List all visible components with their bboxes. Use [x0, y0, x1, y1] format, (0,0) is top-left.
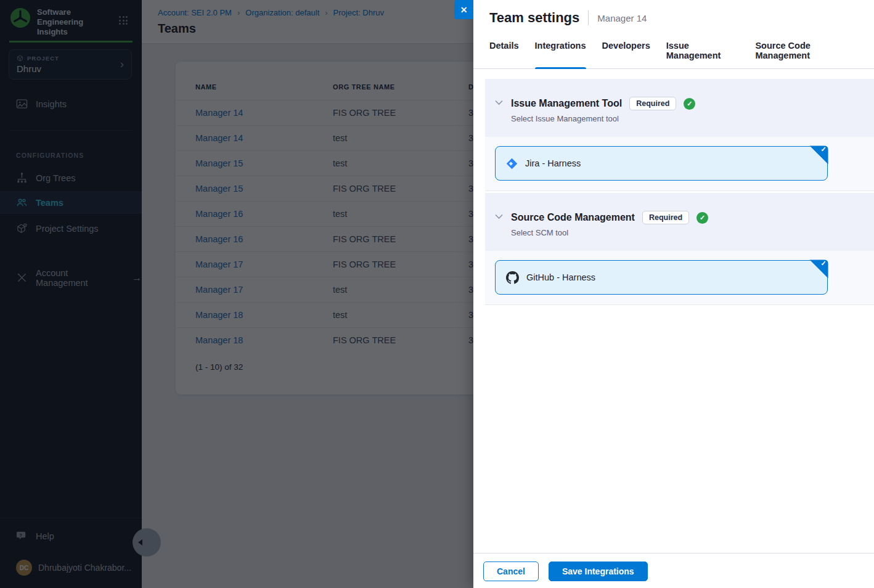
- check-circle-icon: ✓: [696, 212, 708, 224]
- integration-name: Jira - Harness: [525, 158, 581, 168]
- jira-icon: [506, 158, 518, 169]
- drawer-title: Team settings: [489, 10, 579, 26]
- save-integrations-button[interactable]: Save Integrations: [549, 561, 648, 581]
- title-divider: [588, 10, 589, 25]
- integration-card-github[interactable]: GitHub - Harness ✓: [495, 260, 828, 295]
- cancel-button[interactable]: Cancel: [483, 561, 539, 581]
- section-title: Issue Management Tool: [511, 98, 622, 109]
- drawer-body: Issue Management Tool Required ✓ Select …: [473, 69, 874, 553]
- section-source-code-management: Source Code Management Required ✓ Select…: [485, 193, 874, 251]
- tab-details[interactable]: Details: [489, 33, 519, 68]
- close-icon[interactable]: ✕: [454, 0, 473, 19]
- integration-card-jira[interactable]: Jira - Harness ✓: [495, 146, 828, 181]
- drawer-team-name: Manager 14: [597, 13, 647, 23]
- chevron-down-icon[interactable]: [495, 100, 503, 105]
- tab-source-code-management[interactable]: Source Code Management: [755, 33, 858, 68]
- drawer-footer: Cancel Save Integrations: [473, 553, 874, 588]
- section-title: Source Code Management: [511, 212, 635, 223]
- section-issue-management-tool: Issue Management Tool Required ✓ Select …: [485, 79, 874, 137]
- section-subtitle: Select Issue Management tool: [511, 114, 695, 123]
- tab-issue-management[interactable]: Issue Management: [666, 33, 740, 68]
- check-circle-icon: ✓: [684, 98, 695, 110]
- selected-corner-check-icon: ✓: [810, 145, 828, 164]
- integration-card-row: Jira - Harness ✓: [485, 137, 874, 191]
- required-badge: Required: [642, 211, 689, 224]
- section-subtitle: Select SCM tool: [511, 228, 708, 237]
- integration-card-row: GitHub - Harness ✓: [485, 251, 874, 305]
- tab-developers[interactable]: Developers: [602, 33, 650, 68]
- drawer-header: Team settings Manager 14: [473, 0, 874, 26]
- github-icon: [506, 271, 519, 284]
- tab-integrations[interactable]: Integrations: [535, 33, 586, 68]
- integration-name: GitHub - Harness: [526, 272, 595, 282]
- selected-corner-check-icon: ✓: [810, 259, 828, 278]
- chevron-down-icon[interactable]: [495, 214, 503, 219]
- required-badge: Required: [629, 97, 676, 110]
- team-settings-drawer: ✕ Team settings Manager 14 DetailsIntegr…: [473, 0, 874, 588]
- drawer-tabs: DetailsIntegrationsDevelopersIssue Manag…: [473, 33, 874, 69]
